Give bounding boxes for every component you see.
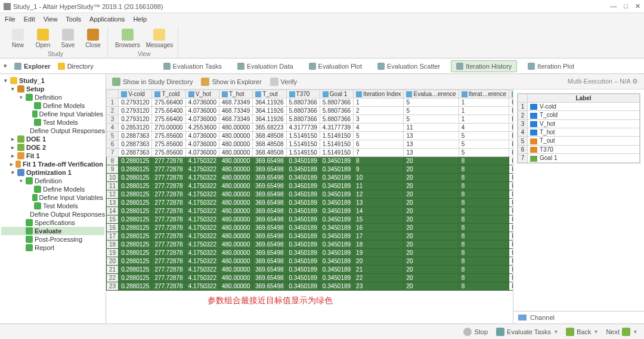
label-row[interactable]: 5T_out xyxy=(518,137,640,145)
save-button[interactable]: Save xyxy=(57,27,79,50)
tab-evaluation-tasks[interactable]: Evaluation Tasks xyxy=(159,61,227,72)
tree-fit-1[interactable]: ▸Fit 1 xyxy=(1,152,104,160)
table-row[interactable]: 90.2880125277.728784.1750322480.00000369… xyxy=(107,165,513,174)
col-iteration-index[interactable]: Iteration Index xyxy=(354,90,404,98)
table-row[interactable]: 60.2887363275.856004.0736000480.00000368… xyxy=(107,140,513,149)
open-button[interactable]: Open xyxy=(32,27,54,50)
table-row[interactable]: 140.2880125277.728784.1750322480.0000036… xyxy=(107,207,513,215)
tab-evaluation-scatter[interactable]: Evaluation Scatter xyxy=(373,61,445,72)
table-row[interactable]: 170.2880125277.728784.1750322480.0000036… xyxy=(107,232,513,241)
menu-help[interactable]: Help xyxy=(133,16,147,23)
twisty-icon[interactable]: ▾ xyxy=(10,170,16,175)
table-row[interactable]: 80.2880125277.728784.1750322480.00000369… xyxy=(107,157,513,165)
stop-button[interactable]: Stop xyxy=(463,328,488,336)
col-goal-1[interactable]: Goal 1 xyxy=(320,90,353,98)
messages-button[interactable]: Messages xyxy=(145,27,175,50)
tree-specifications[interactable]: Specifications xyxy=(1,218,104,227)
close-button[interactable]: Close xyxy=(82,27,104,50)
table-row[interactable]: 20.2793120275.664004.0736000468.73349364… xyxy=(107,107,513,115)
table-row[interactable]: 210.2880125277.728784.1750322480.0000036… xyxy=(107,266,513,274)
show-study-dir-button[interactable]: Show in Study Directory xyxy=(112,78,193,86)
tree-define-input-variables[interactable]: Define Input Variables xyxy=(1,193,104,202)
tree-test-models[interactable]: Test Models xyxy=(1,202,104,210)
label-row[interactable]: 7Goal 1 xyxy=(518,154,640,162)
table-row[interactable]: 200.2880125277.728784.1750322480.0000036… xyxy=(107,257,513,266)
evaluate-tasks-button[interactable]: Evaluate Tasks▾ xyxy=(496,328,558,336)
iteration-history-table[interactable]: V-coldT_coldV_hotT_hotT_outT370Goal 1Ite… xyxy=(106,90,513,323)
table-row[interactable]: 10.2793120275.664004.0736000468.73349364… xyxy=(107,98,513,107)
col-v-hot[interactable]: V_hot xyxy=(185,90,219,98)
tree-report[interactable]: Report xyxy=(1,244,104,252)
col-t370[interactable]: T370 xyxy=(286,90,320,98)
tree-fit-1-trade-off-verification[interactable]: ▸Fit 1 Trade-off Verification xyxy=(1,160,104,168)
show-explorer-button[interactable]: Show in Explorer xyxy=(201,78,261,86)
table-row[interactable]: 110.2880125277.728784.1750322480.0000036… xyxy=(107,182,513,190)
col-evalua-erence[interactable]: Evalua…erence xyxy=(404,90,459,98)
label-row[interactable]: 1V-cold xyxy=(518,103,640,111)
table-row[interactable]: 230.2880125277.728784.1750322480.0000036… xyxy=(107,282,513,291)
label-row[interactable]: 3V_hot xyxy=(518,119,640,128)
col-t-out[interactable]: T_out xyxy=(253,90,286,98)
table-row[interactable]: 160.2880125277.728784.1750322480.0000036… xyxy=(107,224,513,232)
label-row[interactable]: 4T_hot xyxy=(518,128,640,137)
back-button[interactable]: Back▾ xyxy=(566,328,597,336)
col-t-hot[interactable]: T_hot xyxy=(219,90,252,98)
new-button[interactable]: New xyxy=(7,27,29,50)
tree-optimization-1[interactable]: ▾Optimization 1 xyxy=(1,168,104,177)
table-row[interactable]: 70.2887363275.856004.0736000480.00000368… xyxy=(107,149,513,157)
tree-post-processing[interactable]: Post-Processing xyxy=(1,235,104,244)
study-tree[interactable]: ▾Study_1▾Setup▾DefinitionDefine ModelsDe… xyxy=(0,74,106,323)
table-row[interactable]: 220.2880125277.728784.1750322480.0000036… xyxy=(107,274,513,282)
table-row[interactable]: 130.2880125277.728784.1750322480.0000036… xyxy=(107,199,513,207)
twisty-icon[interactable]: ▸ xyxy=(10,153,16,159)
table-row[interactable]: 120.2880125277.728784.1750322480.0000036… xyxy=(107,190,513,199)
twisty-icon[interactable]: ▸ xyxy=(10,144,16,150)
twisty-icon[interactable]: ▸ xyxy=(10,136,16,142)
twisty-icon[interactable]: ▾ xyxy=(18,94,24,100)
table-row[interactable]: 30.2793120275.664004.0736000468.73349364… xyxy=(107,115,513,124)
tree-define-input-variables[interactable]: Define Input Variables xyxy=(1,110,104,118)
tree-definition[interactable]: ▾Definition xyxy=(1,177,104,185)
menu-file[interactable]: File xyxy=(5,16,16,23)
tree-define-models[interactable]: Define Models xyxy=(1,185,104,193)
twisty-icon[interactable]: ▾ xyxy=(10,86,16,92)
tree-define-output-responses[interactable]: Define Output Responses xyxy=(1,210,104,218)
twisty-icon[interactable]: ▾ xyxy=(18,178,24,184)
table-row[interactable]: 100.2880125277.728784.1750322480.0000036… xyxy=(107,174,513,182)
table-row[interactable]: 50.2887363275.856004.0736000480.00000368… xyxy=(107,132,513,140)
menu-view[interactable]: View xyxy=(44,16,58,23)
tree-doe-2[interactable]: ▸DOE 2 xyxy=(1,143,104,152)
multi-execution-status[interactable]: Multi-Execution – N/A ⚙ xyxy=(568,78,638,85)
close-button[interactable]: ✕ xyxy=(635,2,640,10)
label-row[interactable]: 6T370 xyxy=(518,145,640,153)
twisty-icon[interactable]: ▾ xyxy=(2,78,8,84)
collapse-tree-icon[interactable]: ▾ xyxy=(4,62,7,70)
menu-applications[interactable]: Applications xyxy=(89,16,125,23)
browsers-button[interactable]: Browsers xyxy=(114,27,141,50)
table-row[interactable]: 190.2880125277.728784.1750322480.0000036… xyxy=(107,249,513,257)
maximize-button[interactable]: □ xyxy=(624,2,628,10)
col-iterat-erence[interactable]: Iterat…erence xyxy=(459,90,509,98)
tree-definition[interactable]: ▾Definition xyxy=(1,93,104,101)
tree-setup[interactable]: ▾Setup xyxy=(1,85,104,93)
tree-study_1[interactable]: ▾Study_1 xyxy=(1,76,104,85)
col-v-cold[interactable]: V-cold xyxy=(119,90,152,98)
verify-button[interactable]: Verify xyxy=(270,78,298,86)
tab-directory[interactable]: Directory xyxy=(58,63,94,70)
tab-iteration-plot[interactable]: Iteration Plot xyxy=(523,61,579,72)
minimize-button[interactable]: — xyxy=(610,2,617,10)
tree-test-models[interactable]: Test Models xyxy=(1,118,104,127)
col-t-cold[interactable]: T_cold xyxy=(152,90,185,98)
channel-tab[interactable]: Channel xyxy=(513,311,644,323)
tree-doe-1[interactable]: ▸DOE 1 xyxy=(1,135,104,143)
tab-evaluation-data[interactable]: Evaluation Data xyxy=(233,61,298,72)
tree-define-models[interactable]: Define Models xyxy=(1,101,104,110)
tree-evaluate[interactable]: Evaluate xyxy=(1,227,104,235)
menu-edit[interactable]: Edit xyxy=(24,16,35,23)
next-button[interactable]: Next▾ xyxy=(606,328,637,336)
twisty-icon[interactable]: ▸ xyxy=(10,161,14,167)
tab-explorer[interactable]: Explorer xyxy=(14,63,51,70)
table-row[interactable]: 180.2880125277.728784.1750322480.0000036… xyxy=(107,241,513,249)
table-row[interactable]: 150.2880125277.728784.1750322480.0000036… xyxy=(107,215,513,224)
tab-iteration-history[interactable]: Iteration History xyxy=(451,60,517,72)
